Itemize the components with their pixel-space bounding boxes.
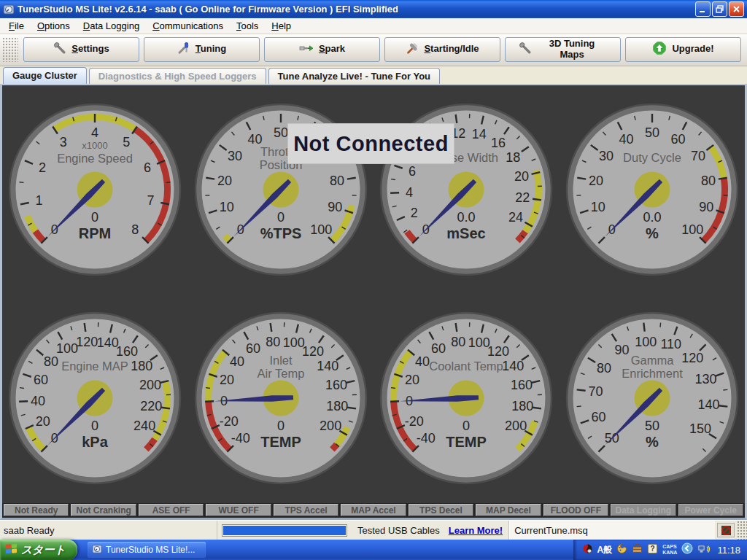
hide-tray-icons-chevron[interactable] bbox=[681, 542, 693, 557]
svg-text:0: 0 bbox=[277, 210, 285, 225]
upgrade--button[interactable]: Upgrade! bbox=[625, 37, 741, 62]
svg-text:-20: -20 bbox=[219, 414, 238, 429]
progress-bar bbox=[222, 524, 347, 537]
svg-text:0: 0 bbox=[91, 419, 98, 433]
svg-text:40: 40 bbox=[31, 394, 45, 408]
menu-tools[interactable]: Tools bbox=[230, 19, 265, 33]
svg-text:130: 130 bbox=[694, 372, 716, 386]
sparkplug-icon bbox=[299, 42, 314, 57]
gauge-inlet-air-temp[interactable]: -40-20020406080100120140160180200InletAi… bbox=[188, 294, 374, 502]
mouse-tray-icon[interactable] bbox=[582, 543, 593, 557]
tab-tune-analyze-live-tune-for-you[interactable]: Tune Analyze Live! - Tune For You bbox=[268, 68, 440, 84]
svg-text:80: 80 bbox=[451, 335, 465, 349]
svg-text:0: 0 bbox=[91, 210, 98, 225]
svg-text:180: 180 bbox=[131, 359, 153, 373]
menu-help[interactable]: Help bbox=[265, 19, 298, 33]
svg-text:TEMP: TEMP bbox=[446, 434, 487, 450]
close-button[interactable] bbox=[729, 1, 744, 17]
svg-text:18: 18 bbox=[506, 150, 521, 165]
app-icon bbox=[3, 4, 15, 15]
resize-grip[interactable] bbox=[737, 521, 747, 540]
svg-text:20: 20 bbox=[589, 174, 603, 188]
svg-text:40: 40 bbox=[247, 132, 262, 147]
svg-text:6: 6 bbox=[409, 164, 416, 179]
gauge-engine-speed[interactable]: 012345678x1000Engine Speed0RPM bbox=[2, 85, 188, 294]
svg-text:140: 140 bbox=[317, 359, 338, 373]
svg-text:?: ? bbox=[651, 545, 655, 553]
minimize-button[interactable] bbox=[695, 1, 711, 17]
tab-gauge-cluster[interactable]: Gauge Cluster bbox=[3, 67, 87, 84]
svg-text:60: 60 bbox=[246, 341, 260, 356]
learn-more-link[interactable]: Learn More! bbox=[449, 525, 503, 536]
svg-text:80: 80 bbox=[266, 335, 280, 349]
svg-text:10: 10 bbox=[220, 200, 234, 214]
tab-diagnostics-high-speed-loggers[interactable]: Diagnostics & High Speed Loggers bbox=[89, 68, 266, 84]
screen: TunerStudio MS Lite! v2.6.14 - saab ( Go… bbox=[0, 0, 747, 560]
starting-idle-button[interactable]: Starting/Idle bbox=[384, 37, 500, 62]
svg-text:20: 20 bbox=[220, 373, 234, 387]
taskbar-app-button[interactable]: TunerStudio MS Lite!... bbox=[88, 542, 206, 558]
settings-button[interactable]: Settings bbox=[23, 37, 139, 62]
start-button-label: スタート bbox=[21, 543, 66, 557]
wrench-icon bbox=[53, 42, 66, 57]
menu-communications[interactable]: Communications bbox=[146, 19, 230, 33]
indicator-ase-off: ASE OFF bbox=[139, 504, 204, 516]
hammer-icon bbox=[406, 42, 419, 57]
svg-text:160: 160 bbox=[511, 378, 533, 392]
not-connected-text: Not Connected bbox=[293, 132, 449, 156]
menu-file[interactable]: File bbox=[2, 19, 31, 33]
svg-text:30: 30 bbox=[228, 149, 242, 163]
svg-text:RPM: RPM bbox=[79, 225, 111, 241]
gauge-inlet-air-temp-svg: -40-20020406080100120140160180200InletAi… bbox=[190, 295, 372, 501]
svg-text:Duty Cycle: Duty Cycle bbox=[623, 151, 681, 164]
svg-text:mSec: mSec bbox=[447, 225, 486, 241]
gauge-coolant-temp[interactable]: -40-20020406080100120140160180200Coolant… bbox=[374, 294, 560, 502]
toolbar-button-label: Tuning bbox=[196, 44, 226, 54]
gauge-pulse-width[interactable]: 024681012141618202224Pulse Width0.0mSec bbox=[374, 85, 560, 294]
toolbar-grip[interactable] bbox=[2, 37, 18, 62]
svg-text:5: 5 bbox=[123, 135, 131, 149]
menu-data-logging[interactable]: Data Logging bbox=[77, 19, 146, 33]
svg-text:Engine MAP: Engine MAP bbox=[61, 359, 128, 373]
gauge-engine-map[interactable]: 020406080100120140160180200220240Engine … bbox=[2, 294, 188, 502]
svg-text:2: 2 bbox=[39, 160, 46, 175]
system-tray: A般 ? CAPSKANA 11:18 bbox=[573, 540, 747, 560]
svg-text:%: % bbox=[646, 225, 659, 241]
usb-note-text: Tested USB Cables bbox=[357, 525, 440, 536]
indicator-tps-decel: TPS Decel bbox=[409, 504, 473, 516]
current-tune-file: CurrentTune.msq bbox=[509, 521, 715, 540]
svg-text:30: 30 bbox=[599, 149, 614, 163]
taskbar-clock[interactable]: 11:18 bbox=[717, 545, 740, 556]
toolbox-tray-icon[interactable] bbox=[632, 543, 643, 557]
svg-text:%: % bbox=[646, 434, 659, 450]
gauge-duty-cycle[interactable]: 0102030405060708090100Duty Cycle0.0% bbox=[560, 85, 746, 294]
gauge-gamma-enrichment[interactable]: 5060708090100110120130140150GammaEnrichm… bbox=[560, 294, 746, 502]
svg-text:2: 2 bbox=[411, 206, 418, 220]
wrench-3d-icon bbox=[519, 42, 532, 57]
gauge-throttle-position[interactable]: 0102030405060708090100ThrottlePosition0%… bbox=[188, 85, 374, 294]
svg-text:50: 50 bbox=[645, 419, 659, 433]
menu-options[interactable]: Options bbox=[31, 19, 77, 33]
svg-text:Gamma: Gamma bbox=[630, 354, 674, 367]
svg-text:14: 14 bbox=[472, 127, 487, 141]
tuning-button[interactable]: Tuning bbox=[144, 37, 260, 62]
palette-tray-icon[interactable] bbox=[616, 543, 627, 557]
help-tray-icon[interactable]: ? bbox=[647, 543, 658, 557]
window-title: TunerStudio MS Lite! v2.6.14 - saab ( Go… bbox=[18, 4, 694, 15]
svg-text:200: 200 bbox=[505, 419, 527, 433]
toolbar-button-label: Upgrade! bbox=[672, 44, 713, 54]
svg-text:40: 40 bbox=[230, 354, 244, 369]
spark-button[interactable]: Spark bbox=[264, 37, 380, 62]
gauge-duty-cycle-svg: 0102030405060708090100Duty Cycle0.0% bbox=[561, 87, 743, 292]
status-bar: saab Ready Tested USB Cables Learn More!… bbox=[0, 520, 747, 540]
svg-text:Engine Speed: Engine Speed bbox=[57, 152, 133, 165]
restore-button[interactable] bbox=[712, 1, 727, 17]
gauge-pulse-width-svg: 024681012141618202224Pulse Width0.0mSec bbox=[375, 87, 557, 292]
3d-tuning-maps-button[interactable]: 3D Tuning Maps bbox=[505, 37, 621, 62]
start-button[interactable]: スタート bbox=[0, 540, 77, 560]
network-monitor-tray-icon[interactable] bbox=[697, 543, 711, 557]
ime-mode-indicator[interactable]: A般 bbox=[597, 545, 613, 554]
svg-text:220: 220 bbox=[140, 399, 162, 413]
svg-text:20: 20 bbox=[217, 174, 232, 188]
indicator-map-decel: MAP Decel bbox=[476, 504, 541, 516]
